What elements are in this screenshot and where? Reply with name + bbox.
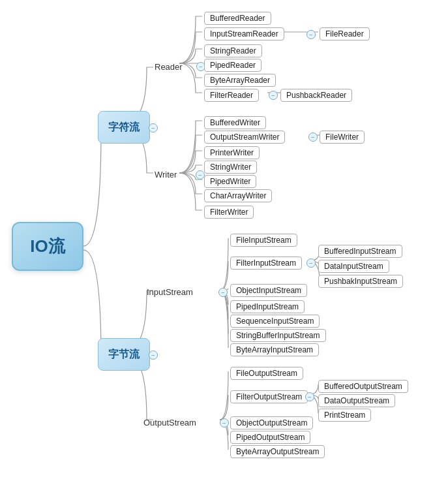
buffered-writer: BufferedWriter <box>204 116 266 129</box>
file-reader: FileReader <box>320 27 370 40</box>
buffered-outputstream: BufferedOutputStream <box>318 380 408 393</box>
filteris-collapse[interactable]: − <box>306 258 316 268</box>
outputstream-node: OutputStream <box>143 418 196 428</box>
stringbuffer-inputstream: StringBufferInputStream <box>230 329 326 342</box>
byte-label: 字节流 <box>108 348 140 362</box>
filter-outputstream: FilterOutputStream <box>230 390 308 403</box>
char-collapse-icon[interactable]: − <box>149 123 158 132</box>
filter-inputstream: FilterInputStream <box>230 257 302 270</box>
mindmap-container: IO流 字符流 − 字节流 − Reader − Writer − InputS… <box>0 0 448 498</box>
object-inputstream: ObjectInputStream <box>230 284 307 297</box>
char-label: 字符流 <box>108 121 140 134</box>
data-outputstream: DataOutputStream <box>318 394 395 407</box>
writer-node: Writer <box>155 170 177 179</box>
isr-collapse[interactable]: − <box>306 30 316 39</box>
string-reader: StringReader <box>204 44 262 57</box>
filteros-collapse[interactable]: − <box>305 392 314 401</box>
outputstream-writer: OutputStreamWriter <box>204 131 285 144</box>
buffered-inputstream: BufferedInputStream <box>318 245 402 258</box>
piped-writer: PipedWriter <box>204 175 256 188</box>
string-writer: StringWriter <box>204 161 257 174</box>
sequence-inputstream: SequenceInputStream <box>230 315 320 328</box>
root-label: IO流 <box>30 235 65 258</box>
osw-collapse[interactable]: − <box>308 132 318 142</box>
filterreader-collapse[interactable]: − <box>269 91 278 100</box>
char-stream-node: 字符流 <box>98 111 150 144</box>
file-outputstream: FileOutputStream <box>230 367 303 380</box>
inputstream-reader: InputStreamReader <box>204 27 284 40</box>
reader-node: Reader <box>155 62 183 72</box>
data-inputstream: DataInputStream <box>318 260 389 273</box>
filter-reader: FilterReader <box>204 89 259 102</box>
piped-inputstream: PipedInputStream <box>230 300 305 313</box>
root-node: IO流 <box>12 222 83 271</box>
bytearray-inputstream: ByteArrayInputStream <box>230 343 319 356</box>
pushback-reader: PushbackReader <box>280 89 352 102</box>
chararray-writer: CharArrayWriter <box>204 189 272 202</box>
buffered-reader: BufferedReader <box>204 12 271 25</box>
piped-reader: PipedReader <box>204 59 261 72</box>
filter-writer: FilterWriter <box>204 206 254 219</box>
piped-outputstream: PipedOutputStream <box>230 431 310 444</box>
pushbak-inputstream: PushbakInputStream <box>318 275 403 288</box>
inputstream-collapse-icon[interactable]: − <box>218 288 228 297</box>
byte-collapse-icon[interactable]: − <box>149 350 158 360</box>
outputstream-collapse-icon[interactable]: − <box>220 418 229 428</box>
bytearray-reader: ByteArrayReader <box>204 74 276 87</box>
file-inputstream: FileInputStream <box>230 234 297 247</box>
byte-stream-node: 字节流 <box>98 338 150 371</box>
print-stream: PrintStream <box>318 409 371 422</box>
inputstream-node: InputStream <box>147 287 193 297</box>
file-writer: FileWriter <box>320 131 365 144</box>
object-outputstream: ObjectOutputStream <box>230 416 313 429</box>
printer-writer: PrinterWriter <box>204 146 260 159</box>
writer-collapse-icon[interactable]: − <box>196 170 205 179</box>
bytearray-outputstream: ByteArrayOutputStream <box>230 445 325 458</box>
